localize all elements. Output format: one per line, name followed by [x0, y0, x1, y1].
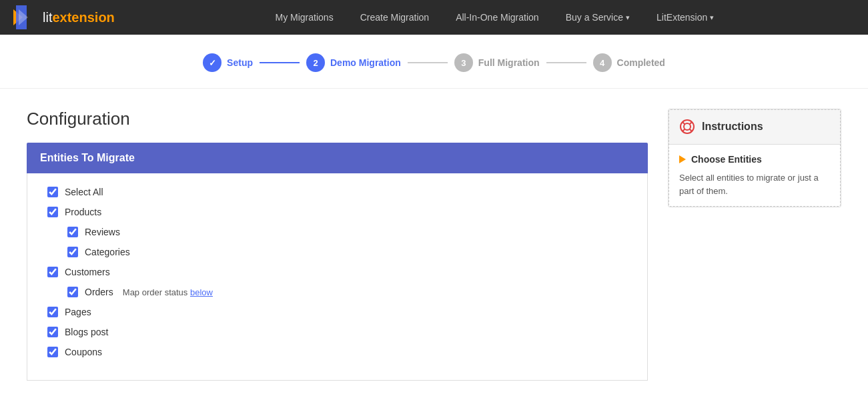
- orange-arrow-icon: [679, 155, 686, 163]
- entities-box: Select All Products Reviews Categories C: [27, 173, 648, 381]
- label-categories[interactable]: Categories: [85, 247, 130, 257]
- instructions-body: Choose Entities Select all entities to m…: [669, 145, 841, 207]
- checkbox-orders[interactable]: [67, 287, 78, 297]
- checkbox-categories-row: Categories: [67, 247, 634, 257]
- instructions-description: Select all entities to migrate or just a…: [679, 171, 830, 197]
- step-connector-3: [546, 62, 586, 63]
- instructions-header: Instructions: [669, 109, 841, 145]
- checkbox-orders-row: Orders Map order status below: [67, 287, 634, 297]
- instructions-icon: [679, 119, 695, 135]
- step-circle-completed: 4: [593, 53, 612, 72]
- checkbox-reviews-row: Reviews: [67, 227, 634, 237]
- stepper: ✓ Setup 2 Demo Migration 3 Full Migratio…: [0, 35, 868, 89]
- step-circle-full: 3: [454, 53, 473, 72]
- navbar-nav: My Migrations Create Migration All-In-On…: [135, 0, 855, 35]
- checkbox-pages-row: Pages: [47, 307, 634, 317]
- svg-line-5: [683, 123, 685, 125]
- nav-allinone-migration[interactable]: All-In-One Migration: [442, 0, 552, 35]
- step-circle-demo: 2: [306, 53, 325, 72]
- svg-line-6: [690, 123, 692, 125]
- navbar: litextension My Migrations Create Migrat…: [0, 0, 868, 35]
- label-pages[interactable]: Pages: [65, 307, 91, 317]
- instructions-panel: Instructions Choose Entities Select all …: [668, 109, 841, 207]
- label-orders[interactable]: Orders: [85, 287, 113, 297]
- label-blogs[interactable]: Blogs post: [65, 327, 108, 337]
- label-select-all[interactable]: Select All: [65, 187, 103, 197]
- nav-buy-service[interactable]: Buy a Service: [552, 0, 643, 35]
- step-full: 3 Full Migration: [454, 53, 540, 72]
- nav-create-migration[interactable]: Create Migration: [347, 0, 443, 35]
- step-circle-setup: ✓: [203, 53, 222, 72]
- label-customers[interactable]: Customers: [65, 267, 110, 277]
- page-title: Configuration: [27, 109, 648, 129]
- step-demo: 2 Demo Migration: [306, 53, 401, 72]
- checkbox-products[interactable]: [47, 207, 58, 217]
- main-panel: Configuration Entities To Migrate Select…: [27, 109, 648, 381]
- content-area: Configuration Entities To Migrate Select…: [0, 89, 868, 401]
- step-completed: 4 Completed: [593, 53, 665, 72]
- checkbox-categories[interactable]: [67, 247, 78, 257]
- step-connector-2: [408, 62, 448, 63]
- label-coupons[interactable]: Coupons: [65, 347, 102, 357]
- nav-litextension[interactable]: LitExtension: [643, 0, 727, 35]
- step-label-full: Full Migration: [478, 57, 540, 68]
- entities-header: Entities To Migrate: [27, 143, 648, 173]
- step-setup: ✓ Setup: [203, 53, 253, 72]
- svg-line-8: [690, 129, 692, 131]
- entities-section: Entities To Migrate Select All Products …: [27, 143, 648, 381]
- label-reviews[interactable]: Reviews: [85, 227, 120, 237]
- brand-name: litextension: [43, 10, 115, 25]
- map-order-status-link[interactable]: below: [190, 287, 213, 297]
- instructions-title: Instructions: [702, 121, 763, 133]
- checkbox-coupons[interactable]: [47, 347, 58, 357]
- map-order-status-text: Map order status below: [123, 287, 213, 297]
- choose-entities-label: Choose Entities: [679, 154, 830, 165]
- checkbox-select-all[interactable]: [47, 187, 58, 197]
- svg-point-3: [681, 120, 694, 133]
- checkbox-blogs-row: Blogs post: [47, 327, 634, 337]
- step-label-demo: Demo Migration: [330, 57, 401, 68]
- checkbox-customers[interactable]: [47, 267, 58, 277]
- brand-icon: [13, 5, 37, 29]
- lifebuoy-icon: [680, 119, 695, 134]
- checkbox-blogs[interactable]: [47, 327, 58, 337]
- step-label-setup: Setup: [227, 57, 253, 68]
- checkbox-coupons-row: Coupons: [47, 347, 634, 357]
- checkbox-pages[interactable]: [47, 307, 58, 317]
- nav-my-migrations[interactable]: My Migrations: [262, 0, 347, 35]
- svg-line-7: [683, 129, 685, 131]
- checkbox-products-row: Products: [47, 207, 634, 217]
- step-connector-1: [260, 62, 300, 63]
- step-label-completed: Completed: [617, 57, 665, 68]
- checkbox-select-all-row: Select All: [47, 187, 634, 197]
- checkbox-reviews[interactable]: [67, 227, 78, 237]
- brand-logo-area[interactable]: litextension: [13, 5, 115, 29]
- checkbox-customers-row: Customers: [47, 267, 634, 277]
- label-products[interactable]: Products: [65, 207, 101, 217]
